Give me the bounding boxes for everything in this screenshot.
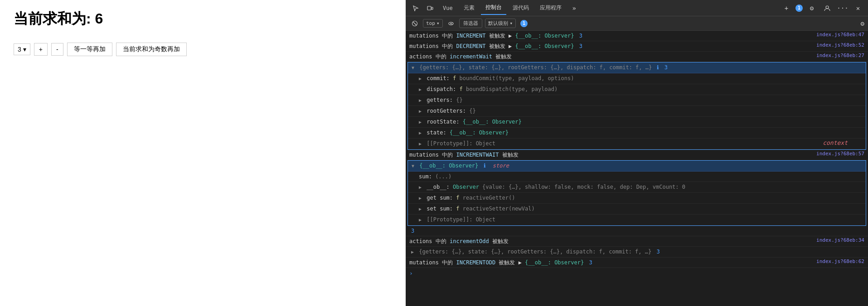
collapse-state-icon[interactable]: ▼ — [412, 163, 414, 168]
log-row-count3: 3 — [406, 226, 868, 236]
increment-odd-button[interactable]: 当前求和为奇数再加 — [116, 43, 187, 56]
log-row-incrementodd: actions 中的 incrementOdd 被触发 index.js?68e… — [406, 236, 868, 247]
log-link-3[interactable]: index.js?68eb:27 — [816, 53, 864, 58]
log-count-badge: 1 — [520, 20, 528, 27]
main-title: 当前求和为: 6 — [14, 9, 392, 29]
context-selector[interactable]: top ▾ — [423, 19, 443, 28]
expand-set-sum-icon[interactable]: ▶ — [419, 206, 422, 211]
user-icon[interactable] — [821, 2, 834, 14]
collapse-icon[interactable]: ▼ — [412, 65, 414, 70]
svg-rect-1 — [432, 7, 433, 10]
state-prototype: ▶ [[Prototype]]: Object — [408, 215, 866, 225]
expand-dispatch-icon[interactable]: ▶ — [419, 87, 422, 92]
controls: 3 ▾ + - 等一等再加 当前求和为奇数再加 — [14, 43, 392, 56]
context-rootgetters: ▶ rootGetters: {} — [408, 106, 866, 117]
dropdown-arrow-icon: ▾ — [436, 20, 440, 26]
log-text-decrement: mutations 中的 DECREMENT 被触发 ▶ {__ob__: Ob… — [409, 42, 813, 50]
log-link-incrementwait[interactable]: index.js?68eb:57 — [816, 151, 864, 157]
state-get-sum: ▶ get sum: f reactiveGetter() — [408, 193, 866, 204]
svg-point-6 — [450, 23, 451, 24]
store-label: store — [493, 163, 509, 169]
context-header-text: ▼ {getters: {…}, state: {…}, rootGetters… — [412, 63, 862, 72]
step-select[interactable]: 3 ▾ — [14, 43, 30, 55]
svg-rect-0 — [427, 6, 431, 10]
state-section: ▼ {__ob__: Observer} ℹ store sum: (...) … — [407, 160, 866, 226]
expand-ob-icon[interactable]: ▶ — [419, 185, 422, 190]
expand-odd-icon[interactable]: ▶ — [411, 249, 414, 254]
decrement-button[interactable]: - — [51, 43, 63, 56]
context-prototype: ▶ [[Prototype]]: Object context — [408, 139, 866, 149]
add-tab-icon[interactable]: + — [780, 2, 793, 14]
expand-prototype-icon[interactable]: ▶ — [419, 141, 422, 146]
log-text-incrementwait: actions 中的 incrementWait 被触发 — [409, 53, 813, 61]
expand-state-proto-icon[interactable]: ▶ — [419, 217, 422, 222]
level-selector[interactable]: 默认级别 ▾ — [485, 19, 516, 28]
eye-icon[interactable] — [446, 18, 456, 29]
filter-input[interactable]: 筛选器 — [459, 19, 482, 28]
context-header-row: ▼ {getters: {…}, state: {…}, rootGetters… — [408, 62, 866, 73]
log-row-incrementodd-sub: ▶ {getters: {…}, state: {…}, rootGetters… — [406, 247, 868, 258]
log-row-decrement: mutations 中的 DECREMENT 被触发 ▶ {__ob__: Ob… — [406, 41, 868, 52]
more-tabs-icon[interactable]: » — [568, 2, 581, 14]
device-icon[interactable] — [424, 2, 436, 14]
context-commit: ▶ commit: f boundCommit(type, payload, o… — [408, 73, 866, 84]
state-ob: ▶ __ob__: Observer {value: {…}, shallow:… — [408, 182, 866, 193]
context-label: context — [823, 139, 848, 146]
more-options-icon[interactable]: ··· — [836, 2, 849, 14]
topbar-right: + 1 ⚙ ··· ✕ — [780, 2, 864, 14]
tab-elements[interactable]: 元素 — [459, 1, 479, 14]
expand-commit-icon[interactable]: ▶ — [419, 76, 422, 81]
svg-point-2 — [826, 6, 829, 9]
context-state: ▶ state: {__ob__: Observer} — [408, 128, 866, 139]
context-dispatch: ▶ dispatch: f boundDispatch(type, payloa… — [408, 84, 866, 95]
tab-console[interactable]: 控制台 — [481, 1, 506, 15]
console-settings-icon[interactable]: ⚙ — [861, 20, 864, 27]
tab-application[interactable]: 应用程序 — [535, 1, 566, 14]
settings-icon[interactable]: ⚙ — [805, 2, 818, 14]
context-rootstate: ▶ rootState: {__ob__: Observer} — [408, 117, 866, 128]
log-link-incrementodd-mutation[interactable]: index.js?68eb:62 — [816, 258, 864, 264]
close-icon[interactable]: ✕ — [852, 2, 864, 14]
block-icon[interactable] — [409, 18, 420, 29]
log-link-incrementodd[interactable]: index.js?68eb:34 — [816, 237, 864, 243]
left-panel: 当前求和为: 6 3 ▾ + - 等一等再加 当前求和为奇数再加 — [0, 0, 406, 306]
context-getters: ▶ getters: {} — [408, 95, 866, 106]
state-header-row: ▼ {__ob__: Observer} ℹ store — [408, 161, 866, 172]
chevron-down-icon: ▾ — [23, 46, 26, 53]
console-content: mutations 中的 INCREMENT 被触发 ▶ {__ob__: Ob… — [406, 31, 868, 306]
devtools-toolbar: top ▾ 筛选器 默认级别 ▾ 1 ⚙ — [406, 16, 868, 31]
devtools-panel: Vue 元素 控制台 源代码 应用程序 » + 1 ⚙ ··· ✕ — [406, 0, 868, 306]
info-icon-state: ℹ — [484, 163, 486, 169]
log-link-2[interactable]: index.js?68eb:52 — [816, 42, 864, 48]
context-section: ▼ {getters: {…}, state: {…}, rootGetters… — [407, 62, 866, 150]
level-label: 默认级别 — [488, 20, 508, 27]
increment-wait-button[interactable]: 等一等再加 — [67, 43, 112, 56]
log-link-1[interactable]: index.js?68eb:47 — [816, 32, 864, 38]
info-icon: ℹ — [657, 64, 659, 71]
expand-getters-icon[interactable]: ▶ — [419, 98, 422, 103]
tab-sources[interactable]: 源代码 — [508, 1, 533, 14]
prompt-icon: › — [409, 270, 413, 277]
expand-state-icon[interactable]: ▶ — [419, 130, 422, 135]
log-row-increment: mutations 中的 INCREMENT 被触发 ▶ {__ob__: Ob… — [406, 31, 868, 41]
tab-vue[interactable]: Vue — [438, 2, 457, 14]
mutations-label: mutations 中的 — [409, 33, 456, 39]
state-set-sum: ▶ set sum: f reactiveSetter(newVal) — [408, 204, 866, 215]
expand-rootgetters-icon[interactable]: ▶ — [419, 109, 422, 114]
context-selector-label: top — [426, 20, 435, 26]
log-row-incrementwait: actions 中的 incrementWait 被触发 index.js?68… — [406, 52, 868, 62]
count-3: 3 — [411, 228, 414, 234]
expand-rootstate-icon[interactable]: ▶ — [419, 120, 422, 124]
console-prompt[interactable]: › — [406, 268, 868, 278]
cursor-icon[interactable] — [409, 2, 422, 14]
svg-line-4 — [413, 22, 417, 25]
level-dropdown-icon: ▾ — [510, 20, 513, 26]
increment-button[interactable]: + — [34, 43, 48, 56]
log-row-incrementodd-mutation: mutations 中的 INCREMENTODD 被触发 ▶ {__ob__:… — [406, 258, 868, 268]
log-row-incrementwait-mutation: mutations 中的 INCREMENTWAIT 被触发 index.js?… — [406, 150, 868, 160]
expand-get-sum-icon[interactable]: ▶ — [419, 196, 422, 201]
devtools-tabbar: Vue 元素 控制台 源代码 应用程序 » + 1 ⚙ ··· ✕ — [406, 0, 868, 16]
state-sum: sum: (...) — [408, 172, 866, 182]
log-text-increment: mutations 中的 INCREMENT 被触发 ▶ {__ob__: Ob… — [409, 32, 813, 40]
notification-badge: 1 — [795, 5, 803, 12]
